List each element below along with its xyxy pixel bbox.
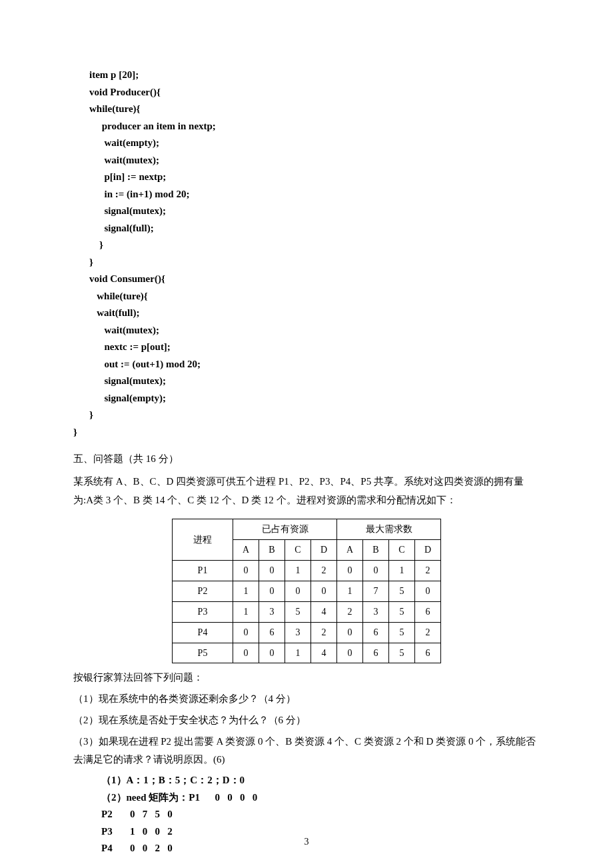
table-row: P1 0 0 1 2 0 0 1 2 bbox=[173, 561, 441, 581]
cell: 2 bbox=[415, 622, 441, 643]
question-intro: 某系统有 A、B、C、D 四类资源可供五个进程 P1、P2、P3、P4、P5 共… bbox=[73, 473, 540, 510]
cell: 0 bbox=[311, 581, 337, 601]
resource-table: 进程 已占有资源 最大需求数 A B C D A B C D P1 0 0 1 … bbox=[172, 519, 441, 663]
cell: 0 bbox=[337, 561, 363, 581]
cell: 0 bbox=[285, 581, 311, 601]
cell: 3 bbox=[259, 601, 285, 622]
cell: 1 bbox=[233, 581, 259, 601]
sub-a1: A bbox=[233, 540, 259, 561]
sub-d2: D bbox=[415, 540, 441, 561]
header-allocated: 已占有资源 bbox=[233, 519, 337, 540]
cell: 6 bbox=[363, 622, 389, 643]
cell: 0 bbox=[337, 622, 363, 643]
cell: 2 bbox=[311, 622, 337, 643]
cell-process: P5 bbox=[173, 643, 233, 663]
cell: 0 bbox=[415, 581, 441, 601]
cell: 6 bbox=[363, 643, 389, 663]
cell: 0 bbox=[259, 643, 285, 663]
code-close-brace: } bbox=[73, 424, 540, 441]
cell-process: P3 bbox=[173, 601, 233, 622]
cell: 0 bbox=[259, 581, 285, 601]
sub-c2: C bbox=[389, 540, 415, 561]
sub-d1: D bbox=[311, 540, 337, 561]
cell: 7 bbox=[363, 581, 389, 601]
bank-intro: 按银行家算法回答下列问题： bbox=[73, 669, 540, 687]
cell: 5 bbox=[389, 622, 415, 643]
code-block: item p [20]; void Producer(){ while(ture… bbox=[89, 67, 540, 424]
sub-b1: B bbox=[259, 540, 285, 561]
cell: 5 bbox=[285, 601, 311, 622]
cell: 1 bbox=[285, 561, 311, 581]
cell-process: P1 bbox=[173, 561, 233, 581]
subquestion-2: （2）现在系统是否处于安全状态？为什么？（6 分） bbox=[73, 711, 540, 730]
cell: 3 bbox=[363, 601, 389, 622]
cell: 6 bbox=[259, 622, 285, 643]
cell: 1 bbox=[389, 561, 415, 581]
cell: 5 bbox=[389, 601, 415, 622]
cell: 2 bbox=[415, 561, 441, 581]
cell: 0 bbox=[259, 561, 285, 581]
cell: 3 bbox=[285, 622, 311, 643]
cell: 6 bbox=[415, 601, 441, 622]
cell: 0 bbox=[363, 561, 389, 581]
table-row: P4 0 6 3 2 0 6 5 2 bbox=[173, 622, 441, 643]
cell: 4 bbox=[311, 643, 337, 663]
table-row: P3 1 3 5 4 2 3 5 6 bbox=[173, 601, 441, 622]
sub-a2: A bbox=[337, 540, 363, 561]
cell: 1 bbox=[337, 581, 363, 601]
sub-b2: B bbox=[363, 540, 389, 561]
cell: 0 bbox=[233, 622, 259, 643]
cell: 6 bbox=[415, 643, 441, 663]
subquestion-1: （1）现在系统中的各类资源还剩余多少？（4 分） bbox=[73, 690, 540, 709]
cell-process: P2 bbox=[173, 581, 233, 601]
table-header-row: 进程 已占有资源 最大需求数 bbox=[173, 519, 441, 540]
page-number: 3 bbox=[0, 833, 613, 851]
subquestion-3: （3）如果现在进程 P2 提出需要 A 类资源 0 个、B 类资源 4 个、C … bbox=[73, 733, 540, 770]
cell: 0 bbox=[233, 561, 259, 581]
section-5-title: 五、问答题（共 16 分） bbox=[73, 450, 540, 469]
document-page: item p [20]; void Producer(){ while(ture… bbox=[0, 0, 613, 868]
cell-process: P4 bbox=[173, 622, 233, 643]
cell: 4 bbox=[311, 601, 337, 622]
table-row: P5 0 0 1 4 0 6 5 6 bbox=[173, 643, 441, 663]
cell: 2 bbox=[311, 561, 337, 581]
header-process: 进程 bbox=[173, 519, 233, 561]
table-row: P2 1 0 0 0 1 7 5 0 bbox=[173, 581, 441, 601]
cell: 1 bbox=[285, 643, 311, 663]
cell: 0 bbox=[233, 643, 259, 663]
header-max: 最大需求数 bbox=[337, 519, 441, 540]
cell: 5 bbox=[389, 643, 415, 663]
cell: 1 bbox=[233, 601, 259, 622]
cell: 0 bbox=[337, 643, 363, 663]
cell: 2 bbox=[337, 601, 363, 622]
sub-c1: C bbox=[285, 540, 311, 561]
cell: 5 bbox=[389, 581, 415, 601]
